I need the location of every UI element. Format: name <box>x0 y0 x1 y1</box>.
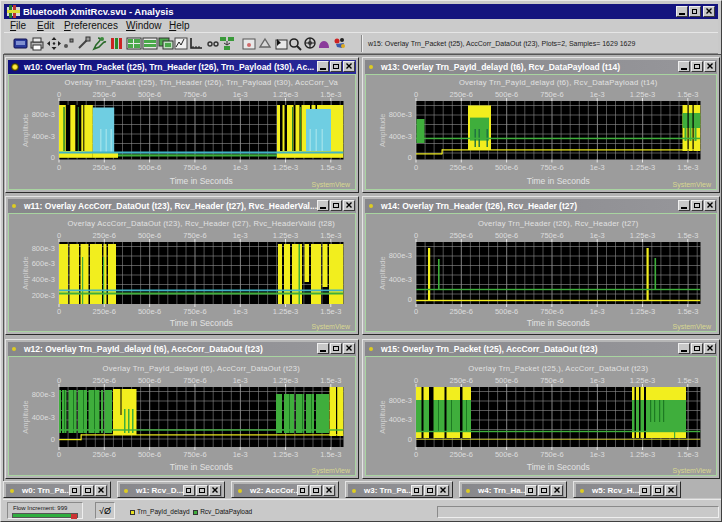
svg-text:400e-3: 400e-3 <box>389 415 412 424</box>
svg-text:Overlay AccCorr_DataOut (t23),: Overlay AccCorr_DataOut (t23), Rcv_Heade… <box>67 219 335 228</box>
svg-text:1.25e-3: 1.25e-3 <box>273 231 298 240</box>
svg-text:400e-3: 400e-3 <box>32 413 55 422</box>
svg-text:1.25e-3: 1.25e-3 <box>273 307 298 316</box>
svg-text:600e-3: 600e-3 <box>32 259 55 268</box>
svg-text:1.5e-3: 1.5e-3 <box>320 376 341 385</box>
svg-text:500e-6: 500e-6 <box>138 450 161 459</box>
svg-text:SystemView: SystemView <box>673 467 712 475</box>
svg-text:1.5e-3: 1.5e-3 <box>677 90 698 99</box>
svg-text:250e-6: 250e-6 <box>93 90 116 99</box>
svg-text:750e-6: 750e-6 <box>540 231 563 240</box>
svg-text:500e-6: 500e-6 <box>495 450 518 459</box>
svg-text:0: 0 <box>408 153 412 162</box>
svg-text:0: 0 <box>408 295 412 304</box>
svg-text:750e-6: 750e-6 <box>183 307 206 316</box>
svg-text:1.25e-3: 1.25e-3 <box>273 163 298 172</box>
svg-text:1e-3: 1e-3 <box>233 450 248 459</box>
svg-text:0: 0 <box>414 90 418 99</box>
svg-text:1e-3: 1e-3 <box>233 163 248 172</box>
svg-text:Time in Seconds: Time in Seconds <box>170 462 233 472</box>
svg-text:0: 0 <box>414 450 418 459</box>
svg-text:250e-6: 250e-6 <box>93 376 116 385</box>
svg-text:0: 0 <box>51 153 55 162</box>
svg-text:250e-6: 250e-6 <box>450 307 473 316</box>
svg-text:1.25e-3: 1.25e-3 <box>273 376 298 385</box>
svg-text:1.5e-3: 1.5e-3 <box>677 307 698 316</box>
svg-text:800e-3: 800e-3 <box>32 110 55 119</box>
svg-text:0: 0 <box>57 163 61 172</box>
svg-text:1e-3: 1e-3 <box>590 231 605 240</box>
svg-text:Overlay Trn_PayId_delayd (t6),: Overlay Trn_PayId_delayd (t6), AccCorr_D… <box>103 364 301 373</box>
svg-text:500e-6: 500e-6 <box>495 90 518 99</box>
svg-text:500e-6: 500e-6 <box>138 376 161 385</box>
svg-text:1.25e-3: 1.25e-3 <box>630 376 655 385</box>
svg-text:1e-3: 1e-3 <box>590 163 605 172</box>
svg-text:1.5e-3: 1.5e-3 <box>320 90 341 99</box>
svg-text:800e-3: 800e-3 <box>32 390 55 399</box>
svg-text:1.25e-3: 1.25e-3 <box>630 450 655 459</box>
svg-text:750e-6: 750e-6 <box>540 376 563 385</box>
svg-text:1.5e-3: 1.5e-3 <box>320 450 341 459</box>
svg-text:250e-6: 250e-6 <box>450 231 473 240</box>
svg-text:Time in Seconds: Time in Seconds <box>170 318 233 328</box>
svg-text:SystemView: SystemView <box>673 181 712 189</box>
svg-text:0: 0 <box>414 231 418 240</box>
svg-text:1.5e-3: 1.5e-3 <box>677 376 698 385</box>
svg-text:SystemView: SystemView <box>673 323 712 331</box>
svg-text:250e-6: 250e-6 <box>450 450 473 459</box>
svg-text:400e-3: 400e-3 <box>389 132 412 141</box>
svg-text:750e-6: 750e-6 <box>540 450 563 459</box>
svg-text:SystemView: SystemView <box>312 323 351 331</box>
svg-text:500e-6: 500e-6 <box>495 163 518 172</box>
svg-text:Amplitude: Amplitude <box>21 256 30 289</box>
svg-text:250e-6: 250e-6 <box>450 376 473 385</box>
svg-text:500e-6: 500e-6 <box>138 90 161 99</box>
svg-text:Overlay Trn_Packet (t25,), Acc: Overlay Trn_Packet (t25,), AccCorr_DataO… <box>468 364 648 373</box>
svg-text:0: 0 <box>57 376 61 385</box>
svg-text:250e-6: 250e-6 <box>93 450 116 459</box>
svg-text:0: 0 <box>408 435 412 444</box>
svg-text:500e-6: 500e-6 <box>138 163 161 172</box>
svg-text:1e-3: 1e-3 <box>590 450 605 459</box>
svg-text:1.5e-3: 1.5e-3 <box>677 163 698 172</box>
svg-text:Time in Seconds: Time in Seconds <box>527 462 590 472</box>
svg-text:1.5e-3: 1.5e-3 <box>320 231 341 240</box>
svg-text:750e-6: 750e-6 <box>540 90 563 99</box>
svg-text:750e-6: 750e-6 <box>540 163 563 172</box>
svg-text:750e-6: 750e-6 <box>540 307 563 316</box>
svg-text:1.25e-3: 1.25e-3 <box>630 307 655 316</box>
svg-text:750e-6: 750e-6 <box>183 450 206 459</box>
svg-text:0: 0 <box>414 376 418 385</box>
svg-text:Amplitude: Amplitude <box>378 114 387 147</box>
svg-text:1e-3: 1e-3 <box>590 376 605 385</box>
svg-text:Overlay Trn_Packet (t25), Trn_: Overlay Trn_Packet (t25), Trn_Header (t2… <box>65 78 339 87</box>
svg-text:1.5e-3: 1.5e-3 <box>320 307 341 316</box>
svg-text:200e-3: 200e-3 <box>32 291 55 300</box>
svg-text:500e-6: 500e-6 <box>138 307 161 316</box>
svg-text:Overlay Trn_Header (t26), Rcv_: Overlay Trn_Header (t26), Rcv_Header (t2… <box>478 219 639 228</box>
svg-text:1e-3: 1e-3 <box>233 307 248 316</box>
svg-text:250e-6: 250e-6 <box>93 163 116 172</box>
svg-text:Amplitude: Amplitude <box>21 114 30 147</box>
svg-text:1.5e-3: 1.5e-3 <box>677 450 698 459</box>
svg-text:750e-6: 750e-6 <box>183 90 206 99</box>
svg-text:SystemView: SystemView <box>312 467 351 475</box>
svg-text:0: 0 <box>414 307 418 316</box>
svg-text:800e-3: 800e-3 <box>389 110 412 119</box>
svg-text:750e-6: 750e-6 <box>183 231 206 240</box>
svg-text:1.25e-3: 1.25e-3 <box>273 450 298 459</box>
svg-text:1e-3: 1e-3 <box>590 90 605 99</box>
svg-text:Time in Seconds: Time in Seconds <box>527 318 590 328</box>
svg-text:800e-3: 800e-3 <box>32 244 55 253</box>
svg-text:750e-6: 750e-6 <box>183 163 206 172</box>
svg-text:250e-6: 250e-6 <box>450 163 473 172</box>
svg-text:500e-6: 500e-6 <box>495 307 518 316</box>
svg-text:Time in Seconds: Time in Seconds <box>527 176 590 186</box>
svg-text:250e-6: 250e-6 <box>93 231 116 240</box>
svg-text:1.25e-3: 1.25e-3 <box>630 231 655 240</box>
svg-text:Amplitude: Amplitude <box>378 256 387 289</box>
svg-text:Time in Seconds: Time in Seconds <box>170 176 233 186</box>
svg-text:0: 0 <box>57 450 61 459</box>
svg-text:0: 0 <box>414 163 418 172</box>
svg-text:0: 0 <box>57 231 61 240</box>
